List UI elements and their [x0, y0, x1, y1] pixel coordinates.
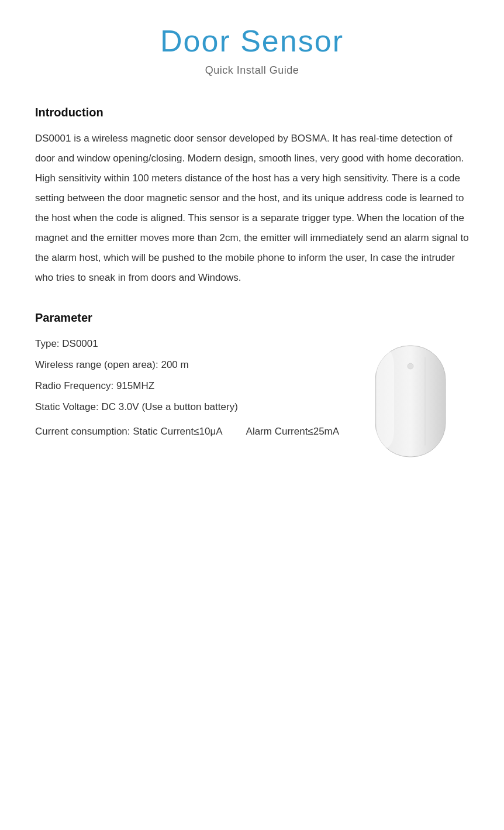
svg-rect-1 [377, 349, 394, 448]
parameter-section: Parameter Type: DS0001 Wireless range (o… [35, 311, 469, 463]
svg-point-4 [408, 363, 413, 369]
page-title: Door Sensor [35, 23, 469, 58]
door-sensor-image [364, 340, 457, 463]
parameter-list: Type: DS0001 Wireless range (open area):… [35, 334, 340, 442]
param-frequency: Radio Frequency: 915MHZ [35, 376, 340, 396]
introduction-heading: Introduction [35, 106, 469, 119]
page-subtitle: Quick Install Guide [35, 64, 469, 77]
param-current-alarm: Alarm Current≤25mA [246, 422, 340, 442]
param-current-row: Current consumption: Static Current≤10μA… [35, 422, 340, 442]
param-voltage: Static Voltage: DC 3.0V (Use a button ba… [35, 397, 340, 417]
page-container: Door Sensor Quick Install Guide Introduc… [0, 0, 504, 830]
device-image-container [352, 334, 469, 463]
parameter-heading: Parameter [35, 311, 469, 325]
parameter-content: Type: DS0001 Wireless range (open area):… [35, 334, 469, 463]
param-type: Type: DS0001 [35, 334, 340, 354]
param-wireless: Wireless range (open area): 200 m [35, 355, 340, 375]
introduction-body: DS0001 is a wireless magnetic door senso… [35, 129, 469, 288]
introduction-section: Introduction DS0001 is a wireless magnet… [35, 106, 469, 288]
param-current-static: Current consumption: Static Current≤10μA [35, 422, 223, 442]
